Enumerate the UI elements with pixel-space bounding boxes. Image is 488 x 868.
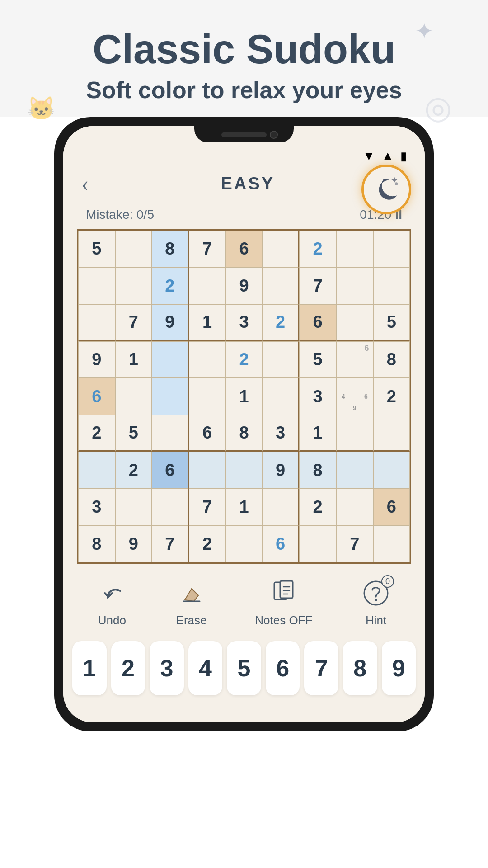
cell-r3-c6[interactable]: 5 — [299, 341, 336, 378]
cell-r7-c1[interactable] — [115, 489, 152, 526]
cell-r2-c0[interactable] — [78, 304, 115, 341]
cell-r4-c3[interactable] — [189, 378, 226, 415]
cell-r2-c3[interactable]: 1 — [189, 304, 226, 341]
cell-r6-c0[interactable] — [78, 452, 115, 489]
cell-r0-c6[interactable]: 2 — [299, 231, 336, 268]
num-button-8[interactable]: 8 — [343, 641, 377, 695]
notes-button[interactable]: Notes OFF — [255, 577, 312, 627]
cell-r3-c2[interactable] — [152, 341, 189, 378]
cell-r0-c2[interactable]: 8 — [152, 231, 189, 268]
cell-r2-c5[interactable]: 2 — [263, 304, 300, 341]
cell-r0-c3[interactable]: 7 — [189, 231, 226, 268]
cell-r5-c5[interactable]: 3 — [263, 415, 300, 452]
num-button-3[interactable]: 3 — [150, 641, 184, 695]
cell-r3-c8[interactable]: 8 — [373, 341, 410, 378]
cell-r8-c3[interactable]: 2 — [189, 526, 226, 563]
cell-r1-c8[interactable] — [373, 268, 410, 305]
cell-r6-c4[interactable] — [225, 452, 263, 489]
cell-r0-c8[interactable] — [373, 231, 410, 268]
cell-r6-c3[interactable] — [189, 452, 226, 489]
cell-r3-c7[interactable]: 6 — [336, 341, 373, 378]
cell-r0-c0[interactable]: 5 — [78, 231, 115, 268]
cell-r5-c6[interactable]: 1 — [299, 415, 336, 452]
cell-r4-c0[interactable]: 6 — [78, 378, 115, 415]
erase-button[interactable]: Erase — [176, 577, 207, 627]
cell-r4-c8[interactable]: 2 — [373, 378, 410, 415]
cell-r8-c1[interactable]: 9 — [115, 526, 152, 563]
cell-r0-c5[interactable] — [263, 231, 300, 268]
cell-r1-c2[interactable]: 2 — [152, 268, 189, 305]
cell-r0-c4[interactable]: 6 — [225, 231, 263, 268]
cell-r1-c3[interactable] — [189, 268, 226, 305]
battery-icon: ▮ — [400, 149, 407, 163]
cell-r8-c4[interactable] — [225, 526, 263, 563]
cell-r6-c6[interactable]: 8 — [299, 452, 336, 489]
cell-r2-c7[interactable] — [336, 304, 373, 341]
cell-r4-c2[interactable] — [152, 378, 189, 415]
notes-icon — [268, 577, 300, 609]
cell-r7-c6[interactable]: 2 — [299, 489, 336, 526]
undo-button[interactable]: Undo — [96, 577, 128, 627]
cell-r2-c4[interactable]: 3 — [225, 304, 263, 341]
cell-r6-c5[interactable]: 9 — [263, 452, 300, 489]
cell-r6-c8[interactable] — [373, 452, 410, 489]
cell-r8-c2[interactable]: 7 — [152, 526, 189, 563]
cell-r8-c8[interactable] — [373, 526, 410, 563]
cell-r1-c6[interactable]: 7 — [299, 268, 336, 305]
cell-r5-c8[interactable] — [373, 415, 410, 452]
cell-r2-c8[interactable]: 5 — [373, 304, 410, 341]
hint-button[interactable]: 0 Hint — [360, 577, 392, 627]
cell-r7-c8[interactable]: 6 — [373, 489, 410, 526]
cell-r0-c1[interactable] — [115, 231, 152, 268]
cell-r8-c7[interactable]: 7 — [336, 526, 373, 563]
num-button-9[interactable]: 9 — [382, 641, 416, 695]
cell-r4-c5[interactable] — [263, 378, 300, 415]
cell-r5-c4[interactable]: 8 — [225, 415, 263, 452]
num-button-5[interactable]: 5 — [227, 641, 261, 695]
erase-icon — [176, 577, 207, 609]
cell-r1-c4[interactable]: 9 — [225, 268, 263, 305]
num-button-4[interactable]: 4 — [188, 641, 223, 695]
cell-r2-c6[interactable]: 6 — [299, 304, 336, 341]
cell-r2-c2[interactable]: 9 — [152, 304, 189, 341]
num-button-7[interactable]: 7 — [304, 641, 338, 695]
cell-r5-c7[interactable] — [336, 415, 373, 452]
cell-r3-c3[interactable] — [189, 341, 226, 378]
cell-r1-c0[interactable] — [78, 268, 115, 305]
cat-decoration: 🐱 — [27, 95, 55, 122]
cell-r1-c5[interactable] — [263, 268, 300, 305]
cell-r6-c2[interactable]: 6 — [152, 452, 189, 489]
back-button[interactable]: ‹ — [81, 172, 89, 195]
cell-r6-c7[interactable] — [336, 452, 373, 489]
cell-r5-c3[interactable]: 6 — [189, 415, 226, 452]
cell-r4-c1[interactable] — [115, 378, 152, 415]
cell-r2-c1[interactable]: 7 — [115, 304, 152, 341]
night-mode-button[interactable] — [361, 165, 411, 214]
cell-r5-c0[interactable]: 2 — [78, 415, 115, 452]
cell-r3-c5[interactable] — [263, 341, 300, 378]
num-button-6[interactable]: 6 — [266, 641, 300, 695]
cell-r7-c2[interactable] — [152, 489, 189, 526]
cell-r5-c2[interactable] — [152, 415, 189, 452]
cell-r7-c4[interactable]: 1 — [225, 489, 263, 526]
cell-r4-c7[interactable]: 469 — [336, 378, 373, 415]
cell-r3-c1[interactable]: 1 — [115, 341, 152, 378]
cell-r4-c4[interactable]: 1 — [225, 378, 263, 415]
cell-r1-c1[interactable] — [115, 268, 152, 305]
cell-r4-c6[interactable]: 3 — [299, 378, 336, 415]
cell-r3-c4[interactable]: 2 — [225, 341, 263, 378]
cell-r1-c7[interactable] — [336, 268, 373, 305]
num-button-2[interactable]: 2 — [111, 641, 145, 695]
cell-r6-c1[interactable]: 2 — [115, 452, 152, 489]
cell-r7-c5[interactable] — [263, 489, 300, 526]
cell-r8-c5[interactable]: 6 — [263, 526, 300, 563]
num-button-1[interactable]: 1 — [72, 641, 107, 695]
cell-r8-c6[interactable] — [299, 526, 336, 563]
cell-r7-c3[interactable]: 7 — [189, 489, 226, 526]
cell-r8-c0[interactable]: 8 — [78, 526, 115, 563]
cell-r7-c0[interactable]: 3 — [78, 489, 115, 526]
cell-r5-c1[interactable]: 5 — [115, 415, 152, 452]
cell-r0-c7[interactable] — [336, 231, 373, 268]
cell-r7-c7[interactable] — [336, 489, 373, 526]
cell-r3-c0[interactable]: 9 — [78, 341, 115, 378]
